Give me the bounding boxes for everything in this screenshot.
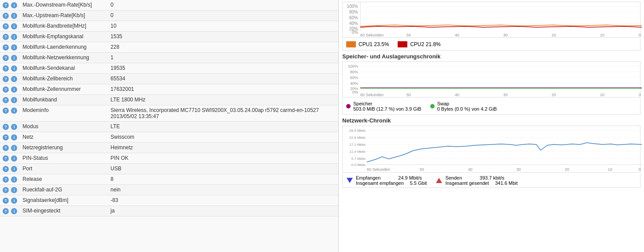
table-row: ? i Modus LTE [0, 122, 338, 132]
speicher-sublabel: 503.0 MiB (12.7 %) von 3.9 GiB [353, 106, 421, 112]
question-icon[interactable]: ? [3, 55, 9, 61]
empfangen-sublabel: Insgesamt empfangen [356, 180, 404, 186]
cpu2-label: CPU2 21.8% [410, 41, 440, 47]
question-icon[interactable]: ? [3, 13, 9, 19]
svg-text:60 Sekunden: 60 Sekunden [360, 33, 384, 37]
senden-sublabel: Insgesamt gesendet [445, 180, 489, 186]
table-row: ? i Max.-Downstream-Rate[Kb/s] 0 [0, 0, 338, 11]
cpu-chart-svg: 100% 80% 60% 40% 20% 0% 60 Sekunden 50 4… [343, 2, 642, 37]
val-cell: Heimnetz [108, 143, 338, 153]
swap-label: Swap [437, 101, 497, 106]
key-cell: Mobilfunk-Empfangskanal [20, 32, 108, 42]
cpu-chart-area: 100% 80% 60% 40% 20% 0% 60 Sekunden 50 4… [342, 2, 640, 38]
svg-text:0%: 0% [352, 90, 358, 94]
info-icon[interactable]: i [11, 208, 17, 214]
svg-text:40: 40 [455, 33, 459, 37]
val-cell: 10 [108, 21, 338, 32]
table-row: ? i Mobilfunk-Zellennummer 17632001 [0, 84, 338, 95]
cpu2-color [398, 41, 407, 47]
svg-text:10: 10 [600, 93, 604, 97]
info-icon[interactable]: i [11, 44, 17, 50]
icon-cell: ? i [0, 63, 20, 74]
key-cell: Mobilfunk-Sendekanal [20, 63, 108, 74]
icon-cell: ? i [0, 206, 20, 216]
val-cell: 0 [108, 11, 338, 21]
info-icon[interactable]: i [11, 145, 17, 151]
key-cell: Signalstaerke[dBm] [20, 195, 108, 206]
question-icon[interactable]: ? [3, 166, 9, 172]
val-cell: Swisscom [108, 132, 338, 143]
empfangen-row2: Insgesamt empfangen 5.5 Gbit [356, 180, 427, 186]
question-icon[interactable]: ? [3, 44, 9, 50]
senden-row2: Insgesamt gesendet 341.6 Mbit [445, 180, 517, 186]
question-icon[interactable]: ? [3, 76, 9, 82]
info-icon[interactable]: i [11, 65, 17, 72]
info-icon[interactable]: i [11, 86, 17, 93]
svg-text:11.4 Mbits: 11.4 Mbits [349, 150, 366, 154]
icon-cell: ? i [0, 143, 20, 153]
val-cell: 65534 [108, 74, 338, 84]
svg-text:40: 40 [455, 93, 459, 97]
svg-text:0: 0 [639, 33, 641, 37]
question-icon[interactable]: ? [3, 145, 9, 151]
question-icon[interactable]: ? [3, 97, 9, 103]
question-icon[interactable]: ? [3, 65, 9, 72]
svg-text:80%: 80% [350, 70, 358, 74]
icon-cell: ? i [0, 74, 20, 84]
info-icon[interactable]: i [11, 176, 17, 183]
svg-text:30: 30 [503, 33, 508, 37]
right-panel: 100% 80% 60% 40% 20% 0% 60 Sekunden 50 4… [339, 0, 644, 252]
svg-text:30: 30 [516, 167, 521, 172]
table-row: ? i Netzregistrierung Heimnetz [0, 143, 338, 153]
key-cell: Max.-Upstream-Rate[Kb/s] [20, 11, 108, 21]
svg-text:60%: 60% [350, 76, 358, 80]
val-cell: 0 [108, 0, 338, 11]
question-icon[interactable]: ? [3, 23, 9, 29]
val-cell: LTE 1800 MHz [108, 95, 338, 105]
question-icon[interactable]: ? [3, 108, 9, 114]
question-icon[interactable]: ? [3, 176, 9, 183]
info-icon[interactable]: i [11, 108, 17, 114]
key-cell: Release [20, 174, 108, 185]
svg-text:17.1 Mbits: 17.1 Mbits [349, 143, 366, 147]
info-icon[interactable]: i [11, 76, 17, 82]
question-icon[interactable]: ? [3, 2, 9, 8]
info-icon[interactable]: i [11, 55, 17, 61]
icon-cell: ? i [0, 195, 20, 206]
speicher-color [346, 104, 351, 108]
arrow-down-icon [347, 178, 353, 183]
info-icon[interactable]: i [11, 134, 17, 140]
svg-text:40%: 40% [349, 21, 358, 26]
info-icon[interactable]: i [11, 155, 17, 162]
info-icon[interactable]: i [11, 97, 17, 103]
question-icon[interactable]: ? [3, 208, 9, 214]
speicher-legend-box: Speicher 503.0 MiB (12.7 %) von 3.9 GiB … [342, 98, 640, 115]
info-icon[interactable]: i [11, 2, 17, 8]
info-icon[interactable]: i [11, 13, 17, 19]
key-cell: Modus [20, 122, 108, 132]
question-icon[interactable]: ? [3, 34, 9, 40]
svg-text:40: 40 [468, 167, 472, 172]
table-row: ? i Mobilfunk-Laenderkennung 228 [0, 42, 338, 53]
info-icon[interactable]: i [11, 124, 17, 130]
question-icon[interactable]: ? [3, 124, 9, 130]
val-cell: 8 [108, 174, 338, 185]
info-table: ? i Max.-Downstream-Rate[Kb/s] 0 ? i Max… [0, 0, 338, 216]
netzwerk-chart-svg: 28.5 Mbits 22.8 Mbits 17.1 Mbits 11.4 Mb… [343, 126, 642, 172]
question-icon[interactable]: ? [3, 187, 9, 193]
speicher-title: Speicher- und Auslagerungschronik [342, 53, 640, 60]
info-icon[interactable]: i [11, 34, 17, 40]
question-icon[interactable]: ? [3, 155, 9, 162]
cpu1-label: CPU1 23.5% [359, 41, 389, 47]
info-icon[interactable]: i [11, 198, 17, 204]
question-icon[interactable]: ? [3, 86, 9, 93]
svg-text:60 Sekunden: 60 Sekunden [367, 167, 390, 172]
info-icon[interactable]: i [11, 166, 17, 172]
table-row: ? i Signalstaerke[dBm] -83 [0, 195, 338, 206]
question-icon[interactable]: ? [3, 134, 9, 140]
info-icon[interactable]: i [11, 187, 17, 193]
svg-text:60%: 60% [349, 15, 358, 20]
info-icon[interactable]: i [11, 23, 17, 29]
table-row: ? i Max.-Upstream-Rate[Kb/s] 0 [0, 11, 338, 21]
question-icon[interactable]: ? [3, 198, 9, 204]
